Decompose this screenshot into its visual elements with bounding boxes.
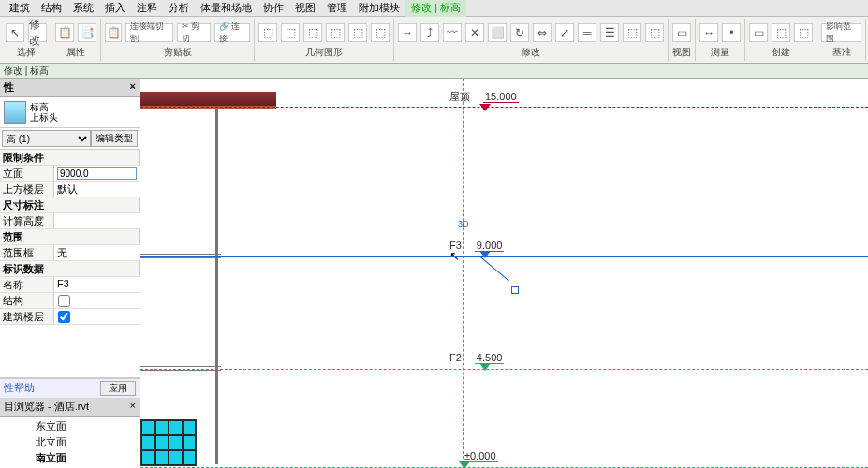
ribbon-button[interactable]: ↻ [510, 23, 529, 42]
level-marker[interactable]: F24.500 [449, 352, 504, 373]
wall-geometry [215, 109, 218, 464]
prop-checkbox[interactable] [58, 311, 70, 323]
prop-value[interactable] [54, 293, 140, 308]
ribbon-button[interactable]: 〰 [443, 23, 462, 42]
prop-value[interactable] [54, 213, 140, 228]
tree-node[interactable]: 东立面 [2, 418, 138, 434]
ribbon-button[interactable]: ⤢ [555, 23, 574, 42]
instance-filter-select[interactable]: 高 (1) [2, 130, 91, 147]
left-panel: 性 × 标高 上标头 高 (1) 编辑类型 限制条件立面上方楼层默认尺寸标注计算… [0, 79, 140, 468]
ribbon-button[interactable]: 影响范围 [821, 23, 861, 42]
menu-item[interactable]: 插入 [99, 0, 131, 17]
ribbon-button[interactable]: ═ [578, 23, 596, 42]
ribbon-button[interactable]: • [722, 23, 741, 42]
ribbon-button[interactable]: 连接端切割 [125, 23, 173, 42]
ribbon-button[interactable]: 📋 [55, 23, 74, 42]
ribbon-button[interactable]: ⬚ [645, 23, 664, 42]
prop-row: 上方楼层默认 [0, 182, 140, 197]
ribbon-group: ⬚⬚⬚⬚⬚⬚几何图形 [255, 19, 394, 61]
material-palette[interactable] [140, 419, 197, 466]
properties-help-link[interactable]: 性帮助 [4, 381, 35, 396]
menu-item[interactable]: 管理 [321, 0, 353, 17]
ribbon-button[interactable]: ✂ 剪切 [177, 23, 211, 42]
ribbon-button[interactable]: ⬚ [772, 23, 790, 42]
prop-value[interactable] [54, 309, 140, 324]
properties-grid: 限制条件立面上方楼层默认尺寸标注计算高度范围范围框无标识数据名称F3结构建筑楼层 [0, 150, 140, 325]
prop-input[interactable] [57, 167, 137, 180]
prop-value[interactable]: 默认 [54, 182, 140, 197]
3d-glyph[interactable]: 3D [458, 219, 469, 228]
ribbon-button[interactable]: 📋 [105, 23, 122, 42]
ribbon-group-label: 选择 [6, 46, 47, 61]
prop-value[interactable] [54, 166, 140, 181]
browser-close-icon[interactable]: × [130, 400, 136, 414]
ribbon-group-label: 视图 [672, 46, 691, 61]
menu-item[interactable]: 建筑 [4, 0, 36, 17]
ribbon-button[interactable]: 🔗 连接 [214, 23, 251, 42]
level-marker[interactable]: ±0.000 [449, 450, 498, 468]
ribbon-button[interactable]: ⬚ [371, 23, 390, 42]
ribbon-button[interactable]: ⬚ [348, 23, 367, 42]
drawing-canvas[interactable]: 3D ↖ 屋顶15.000F39.000F24.500±0.000 [140, 79, 868, 468]
ribbon-group-label: 创建 [749, 46, 813, 61]
menu-item[interactable]: 协作 [257, 0, 289, 17]
prop-key: 范围框 [0, 245, 54, 260]
level-marker[interactable]: F39.000 [449, 240, 504, 261]
tree-node[interactable]: 南立面 [2, 450, 138, 466]
menu-item[interactable]: 视图 [289, 0, 321, 17]
ribbon-button[interactable]: ⬚ [326, 23, 345, 42]
prop-value[interactable]: 无 [54, 245, 140, 260]
ribbon-button[interactable]: ⬚ [794, 23, 813, 42]
ribbon-button[interactable]: ⬚ [623, 23, 641, 42]
ribbon-button[interactable]: ↖ [6, 23, 24, 42]
prop-checkbox[interactable] [58, 295, 70, 307]
prop-key: 立面 [0, 166, 54, 181]
type-selector[interactable]: 标高 上标头 [0, 97, 140, 128]
prop-row: 建筑楼层 [0, 309, 140, 325]
prop-row: 结构 [0, 293, 140, 309]
type-name: 标高 上标头 [30, 102, 58, 123]
ribbon-button[interactable]: ⤴ [420, 23, 439, 42]
browser-title: 目浏览器 - 酒店.rvt [4, 400, 89, 414]
edit-type-button[interactable]: 编辑类型 [91, 130, 138, 147]
properties-title-bar: 性 × [0, 79, 140, 97]
prop-category: 尺寸标注 [0, 197, 140, 212]
level-triangle-icon [459, 461, 470, 468]
level-triangle-icon [479, 363, 491, 371]
ribbon-button[interactable]: ☰ [600, 23, 619, 42]
menu-item[interactable]: 分析 [163, 0, 195, 17]
prop-value[interactable]: F3 [54, 277, 140, 292]
context-status: 修改 | 标高 [0, 64, 868, 79]
endpoint-grip[interactable] [511, 286, 519, 294]
ribbon-button[interactable]: ⬚ [303, 23, 322, 42]
level-triangle-icon [479, 251, 491, 258]
menu-item[interactable]: 注释 [131, 0, 163, 17]
ribbon-button[interactable]: ↔ [699, 23, 718, 42]
ribbon-button[interactable]: ▭ [672, 23, 691, 42]
tree-node[interactable]: 北立面 [2, 434, 138, 450]
menu-item[interactable]: 附加模块 [353, 0, 405, 17]
prop-row: 计算高度 [0, 213, 140, 229]
menu-item[interactable]: 系统 [67, 0, 99, 17]
level-line[interactable] [140, 369, 868, 370]
menu-item[interactable]: 结构 [36, 0, 67, 17]
project-browser[interactable]: 东立面 北立面 南立面 西立面+ 图例+ 明细表/数量- 图纸 (全部)+ 00… [0, 417, 140, 469]
level-line[interactable] [140, 256, 868, 257]
ribbon-button[interactable]: ⬜ [488, 23, 507, 42]
ribbon-button[interactable]: ✕ [465, 23, 484, 42]
apply-button[interactable]: 应用 [100, 381, 136, 396]
ribbon-button[interactable]: 修改 [28, 23, 47, 42]
ribbon-button[interactable]: ⬚ [281, 23, 300, 42]
ribbon-button[interactable]: ⬚ [258, 23, 277, 42]
ribbon-group-label: 属性 [55, 46, 96, 61]
prop-row: 立面 [0, 166, 140, 182]
ribbon-button[interactable]: ⇔ [533, 23, 552, 42]
menu-item[interactable]: 修改 | 标高 [405, 0, 466, 17]
ribbon-button[interactable]: ▭ [749, 23, 768, 42]
menu-item[interactable]: 体量和场地 [195, 0, 257, 17]
level-type-icon [4, 101, 26, 124]
properties-close-icon[interactable]: × [130, 80, 136, 95]
ribbon-button[interactable]: ↔ [398, 23, 417, 42]
level-marker[interactable]: 屋顶15.000 [449, 90, 519, 114]
ribbon-button[interactable]: 📑 [78, 23, 96, 42]
